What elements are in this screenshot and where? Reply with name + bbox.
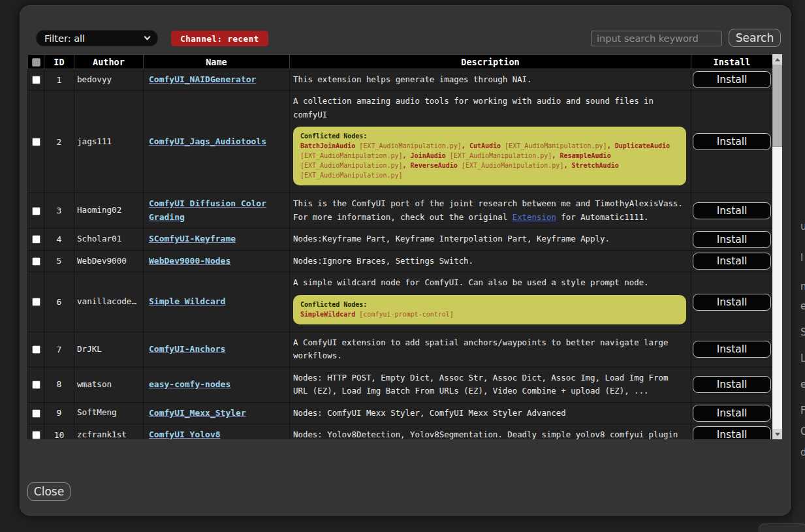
row-checkbox[interactable] [32,298,40,306]
description-text: Nodes:Ignore Braces, Settings Switch. [293,255,687,268]
row-id: 10 [44,424,74,439]
conflict-node-source: [EXT_AudioManipulation.py] [458,162,564,169]
extension-name-link[interactable]: WebDev9000-Nodes [149,256,230,266]
arrow-down-icon [775,433,780,436]
search-button[interactable]: Search [729,29,781,47]
row-checkbox[interactable] [32,345,40,354]
table-row: 1bedovyyComfyUI_NAIDGeneratorThis extens… [28,69,773,91]
row-install-cell: Install [691,402,773,424]
table-scrollbar[interactable] [772,54,782,439]
row-id: 3 [44,193,74,228]
install-button[interactable]: Install [693,253,771,270]
install-button[interactable]: Install [693,133,771,150]
description-segment: Nodes: Yolov8Detection, Yolov8Segmentati… [293,430,678,439]
description-text: This is the ComfyUI port of the joint re… [293,197,687,224]
row-name-cell: ComfyUI_Mexx_Styler [144,402,290,424]
extension-name-link[interactable]: easy-comfy-nodes [149,379,230,389]
row-checkbox[interactable] [32,409,40,418]
extension-name-link[interactable]: ComfyUI Diffusion Color Grading [149,198,266,221]
conflicted-nodes-title: Conflicted Nodes: [300,131,679,141]
description-text: A collection amazing audio tools for wor… [293,95,687,121]
extension-name-link[interactable]: Simple Wildcard [149,296,225,306]
background-text-fragment: S [800,326,805,338]
row-author: wmatson [74,367,144,402]
install-button[interactable]: Install [693,202,771,219]
description-segment: A collection amazing audio tools for wor… [293,96,654,119]
install-button[interactable]: Install [693,426,771,439]
filter-select[interactable]: Filter: all [36,30,158,46]
header-id: ID [44,55,74,69]
conflict-node-source: [EXT_AudioManipulation.py] [446,152,552,159]
row-checkbox[interactable] [32,207,40,215]
conflict-node-source: [EXT_AudioManipulation.py] [300,162,403,169]
row-author: Haoming02 [74,193,144,228]
row-checkbox-cell [28,424,44,439]
conflict-node-name: CutAudio [469,142,501,149]
close-button[interactable]: Close [27,482,71,501]
table-row: 8wmatsoneasy-comfy-nodesNodes: HTTP POST… [28,367,773,402]
conflict-node-name: SimpleWildcard [300,311,355,318]
conflict-node-name: ReverseAudio [411,162,458,169]
background-text-fragment: F [800,405,805,416]
row-checkbox[interactable] [32,76,40,84]
scroll-up-button[interactable] [772,54,782,65]
row-checkbox[interactable] [32,235,40,243]
row-install-cell: Install [691,367,773,402]
row-checkbox[interactable] [32,138,40,146]
row-description-cell: Nodes: ComfyUI Mexx Styler, ComfyUI Mexx… [290,402,691,424]
row-name-cell: ComfyUI_NAIDGenerator [144,69,290,91]
table-row: 6vanillacode314Simple WildcardA simple w… [28,272,773,332]
background-text-fragment: L [800,352,805,364]
row-id: 5 [44,250,74,272]
conflict-separator: , [462,142,469,149]
install-button[interactable]: Install [693,71,771,88]
scrollbar-thumb[interactable] [772,65,782,147]
background-text-fragment: l [800,252,803,264]
conflict-node-source: [EXT_AudioManipulation.py] [300,152,403,159]
search-input[interactable] [591,31,722,46]
row-description-cell: A collection amazing audio tools for wor… [290,91,691,193]
row-description-cell: This extension helps generate images thr… [290,69,691,91]
page-background: { "dialog": { "toolbar": { "filter_value… [0,0,805,532]
extension-name-link[interactable]: SComfyUI-Keyframe [149,234,236,243]
arrow-up-icon [775,58,780,61]
row-name-cell: ComfyUI Diffusion Color Grading [144,193,290,228]
extension-name-link[interactable]: ComfyUI Yolov8 [149,430,221,439]
row-checkbox[interactable] [32,257,40,266]
install-button[interactable]: Install [693,341,771,358]
extensions-table: ID Author Name Description Install 1bedo… [27,54,773,439]
row-id: 7 [44,332,74,367]
select-all-checkbox[interactable] [32,58,40,67]
header-name: Name [144,55,290,69]
channel-badge[interactable]: Channel: recent [171,31,268,46]
description-text: A ComfyUI extension to add spatial ancho… [293,336,687,363]
custom-nodes-manager-dialog: Filter: all Channel: recent Search ID Au… [20,5,791,516]
install-button[interactable]: Install [693,405,771,422]
background-text-fragment: C [800,426,805,437]
conflict-separator: , [552,152,560,159]
install-button[interactable]: Install [693,376,771,393]
header-checkbox-cell [28,55,44,69]
install-button[interactable]: Install [693,231,771,248]
scroll-down-button[interactable] [772,429,782,439]
extension-name-link[interactable]: ComfyUI_Mexx_Styler [149,408,246,418]
extension-name-link[interactable]: ComfyUI_NAIDGenerator [149,74,256,84]
row-checkbox[interactable] [32,381,40,389]
row-checkbox-cell [28,228,44,250]
install-button[interactable]: Install [693,294,771,311]
row-description-cell: A simple wildcard node for ComfyUI. Can … [290,272,691,332]
description-segment: This extension helps generate images thr… [293,74,532,84]
row-author: WebDev9000 [74,250,144,272]
row-checkbox[interactable] [32,431,40,439]
description-text: Nodes: ComfyUI Mexx Styler, ComfyUI Mexx… [293,407,687,420]
row-id: 1 [44,69,74,91]
row-description-cell: Nodes: HTTP POST, Empty Dict, Assoc Str,… [290,367,691,402]
extension-name-link[interactable]: ComfyUI-Anchors [149,344,225,354]
header-description: Description [290,55,691,69]
row-checkbox-cell [28,272,44,332]
conflict-separator: , [607,142,615,149]
extension-name-link[interactable]: ComfyUI_Jags_Audiotools [149,136,266,146]
row-checkbox-cell [28,250,44,272]
row-install-cell: Install [691,424,773,439]
description-link[interactable]: Extension [513,212,556,222]
